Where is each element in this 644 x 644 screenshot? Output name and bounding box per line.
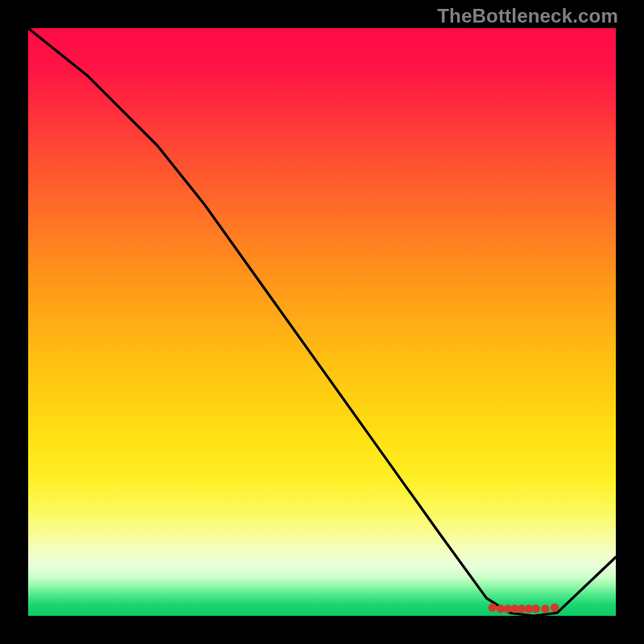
chart-frame: TheBottleneck.com	[0, 0, 644, 644]
chart-plot-area	[28, 28, 616, 616]
watermark-text: TheBottleneck.com	[437, 5, 618, 27]
